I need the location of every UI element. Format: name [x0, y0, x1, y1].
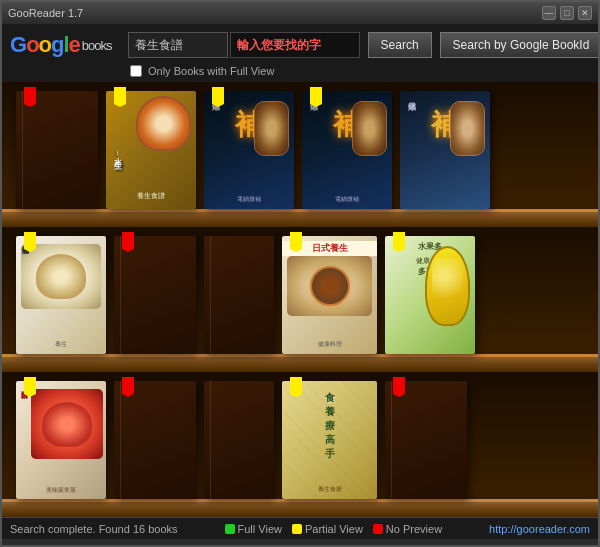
minimize-button[interactable]: —: [542, 6, 556, 20]
logo-books-text: books: [82, 38, 112, 53]
toolbar: Google books Search Search by Google Boo…: [2, 24, 598, 82]
search-box: [128, 32, 360, 58]
search-button[interactable]: Search: [368, 32, 432, 58]
nopreview-label: No Preview: [386, 523, 442, 535]
window-controls: — □ ✕: [542, 6, 592, 20]
book-2-3[interactable]: [204, 236, 274, 354]
fullview-label[interactable]: Only Books with Full View: [148, 65, 274, 77]
book-3-4[interactable]: 食 養 療 高 手 養生食療: [282, 381, 377, 499]
legend-partial: Partial View: [292, 523, 363, 535]
fullview-checkbox[interactable]: [130, 65, 142, 77]
legend: Full View Partial View No Preview: [225, 523, 443, 535]
partial-dot: [292, 524, 302, 534]
fullview-dot: [225, 524, 235, 534]
legend-fullview: Full View: [225, 523, 282, 535]
shelf-row-3: 自家料理 美味家常菜 食: [2, 372, 598, 517]
legend-nopreview: No Preview: [373, 523, 442, 535]
maximize-button[interactable]: □: [560, 6, 574, 20]
book-3-2[interactable]: [114, 381, 196, 499]
book-1-2[interactable]: 水·養·生 養生食譜: [106, 91, 196, 209]
app-title: GooReader 1.7: [8, 7, 83, 19]
search-input[interactable]: [128, 32, 228, 58]
partial-label: Partial View: [305, 523, 363, 535]
search-query-input[interactable]: [230, 32, 360, 58]
bookid-search-button[interactable]: Search by Google BookId: [440, 32, 600, 58]
website-link[interactable]: http://gooreader.com: [489, 523, 590, 535]
book-3-3[interactable]: [204, 381, 274, 499]
google-logo: Google books: [10, 32, 112, 58]
titlebar: GooReader 1.7 — □ ✕: [2, 2, 598, 24]
book-1-5[interactable]: 補 電鍋燉: [400, 91, 490, 209]
book-2-1[interactable]: 流手做養生 養生: [16, 236, 106, 354]
close-button[interactable]: ✕: [578, 6, 592, 20]
book-2-4[interactable]: 日式養生 健康料理: [282, 236, 377, 354]
shelf-row-2: 流手做養生 養生 日式養生 健康料理: [2, 227, 598, 372]
book-1-3[interactable]: 補 電鍋燉 電鍋燉補: [204, 91, 294, 209]
book-3-5[interactable]: [385, 381, 467, 499]
fullview-label: Full View: [238, 523, 282, 535]
nopreview-dot: [373, 524, 383, 534]
toolbar-bottom: Only Books with Full View: [130, 62, 590, 80]
statusbar: Search complete. Found 16 books Full Vie…: [2, 517, 598, 539]
book-2-5[interactable]: 水果多 健康美麗 多更多: [385, 236, 475, 354]
book-1-4[interactable]: 補 電鍋燉 電鍋燉補: [302, 91, 392, 209]
search-result-text: Search complete. Found 16 books: [10, 523, 178, 535]
book-3-1[interactable]: 自家料理 美味家常菜: [16, 381, 106, 499]
book-2-2[interactable]: [114, 236, 196, 354]
toolbar-top: Google books Search Search by Google Boo…: [10, 28, 590, 62]
shelf-row-1: 水·養·生 養生食譜 補 電鍋燉 電鍋燉補 補 電鍋燉: [2, 82, 598, 227]
bookshelf: 水·養·生 養生食譜 補 電鍋燉 電鍋燉補 補 電鍋燉: [2, 82, 598, 517]
book-1-1[interactable]: [16, 91, 98, 209]
